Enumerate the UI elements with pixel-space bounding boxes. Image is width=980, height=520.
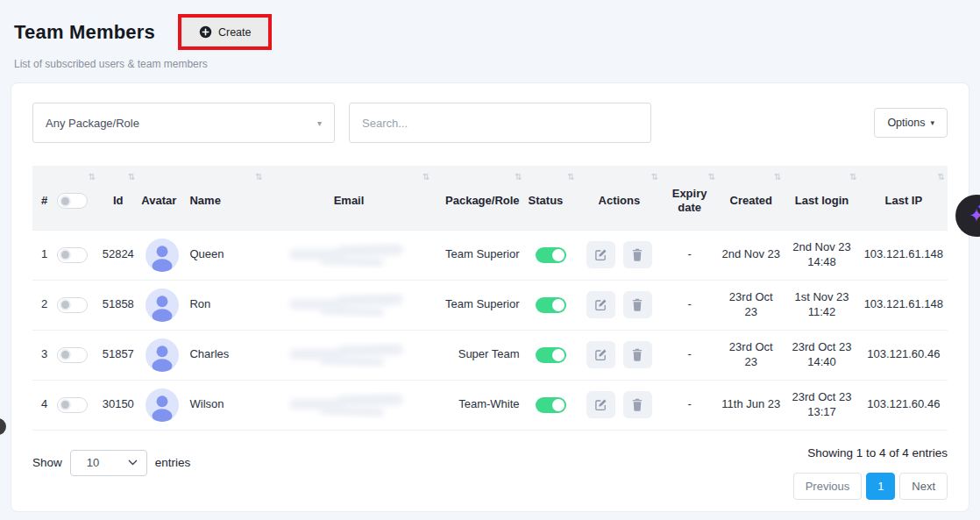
options-button[interactable]: Options ▾	[874, 108, 948, 138]
row-select-toggle[interactable]	[57, 347, 88, 363]
delete-button[interactable]	[623, 341, 652, 368]
column-header-email[interactable]: Email⇅	[266, 166, 433, 230]
avatar	[146, 338, 179, 372]
member-last-ip: 103.121.60.46	[860, 330, 948, 380]
edit-button[interactable]	[586, 391, 615, 418]
chevron-down-icon	[128, 459, 138, 466]
avatar	[146, 239, 179, 272]
member-name: Wilson	[186, 380, 265, 430]
member-name: Ron	[186, 280, 265, 330]
avatar	[146, 288, 179, 322]
member-last-ip: 103.121.61.148	[860, 280, 948, 330]
row-select-toggle[interactable]	[57, 397, 88, 413]
edit-button[interactable]	[586, 291, 615, 318]
package-role-selected-value: Any Package/Role	[46, 117, 139, 130]
sort-icon[interactable]: ⇅	[774, 172, 781, 183]
member-last-ip: 103.121.60.46	[860, 380, 948, 430]
member-package-role: Team Superior	[432, 280, 524, 330]
row-select-toggle[interactable]	[57, 297, 88, 313]
select-all-toggle[interactable]	[57, 193, 88, 209]
column-header-actions[interactable]: Actions⇅	[578, 166, 661, 230]
column-header-package-role[interactable]: Package/Role⇅	[432, 166, 524, 230]
column-header-created[interactable]: Created⇅	[718, 166, 784, 230]
row-select-toggle[interactable]	[57, 247, 88, 263]
sort-icon[interactable]: ⇅	[849, 172, 856, 183]
showing-entries-text: Showing 1 to 4 of 4 entries	[793, 446, 948, 459]
member-id: 30150	[98, 380, 138, 430]
status-toggle[interactable]	[536, 297, 566, 313]
edit-button[interactable]	[586, 341, 615, 368]
sort-icon[interactable]: ⇅	[708, 172, 715, 183]
page-subtitle: List of subscribed users & team members	[14, 58, 966, 70]
create-button[interactable]: Create	[181, 18, 269, 46]
member-created: 11th Jun 23	[718, 380, 784, 430]
plus-circle-icon	[199, 25, 212, 39]
sort-icon[interactable]: ⇅	[938, 172, 945, 183]
sort-icon[interactable]: ⇅	[89, 172, 96, 183]
sort-icon[interactable]: ⇅	[515, 172, 522, 183]
table-row: 2 51858 Ron Team Superior	[32, 280, 948, 330]
pagination-previous-button[interactable]: Previous	[793, 473, 863, 500]
trash-icon	[631, 398, 643, 411]
avatar	[146, 388, 179, 422]
row-number: 1	[41, 247, 47, 262]
pagination: Previous 1 Next	[793, 473, 948, 500]
member-id: 51857	[98, 330, 138, 380]
sort-icon[interactable]: ⇅	[255, 172, 262, 183]
member-package-role: Team-White	[432, 380, 524, 430]
member-last-login: 2nd Nov 23 14:48	[784, 230, 859, 280]
row-number: 2	[41, 297, 47, 312]
package-role-select[interactable]: Any Package/Role ▾	[32, 103, 335, 143]
column-header-status[interactable]: Status⇅	[525, 166, 578, 230]
edit-button[interactable]	[586, 241, 615, 268]
column-header-avatar: Avatar	[138, 166, 186, 230]
member-email-redacted	[266, 230, 433, 280]
sort-icon[interactable]: ⇅	[651, 172, 658, 183]
column-header-last-login[interactable]: Last login⇅	[784, 166, 859, 230]
table-footer: Show 10 entries Showing 1 to 4 of 4 entr…	[32, 446, 948, 500]
column-header-num[interactable]: # ⇅	[32, 166, 98, 230]
member-last-login: 1st Nov 23 11:42	[784, 280, 859, 330]
table-header-row: # ⇅ Id⇅ Avatar Name⇅ Email⇅ Package/Role…	[32, 166, 948, 230]
member-expiry-date: -	[661, 330, 718, 380]
team-members-card: Any Package/Role ▾ Options ▾ # ⇅	[11, 82, 969, 512]
column-header-num-label: #	[41, 194, 47, 208]
member-last-login: 23rd Oct 23 14:40	[784, 330, 859, 380]
trash-icon	[631, 348, 643, 361]
sort-icon[interactable]: ⇅	[567, 172, 574, 183]
delete-button[interactable]	[623, 241, 652, 268]
caret-down-icon: ▾	[317, 118, 322, 128]
member-last-login: 23rd Oct 23 13:17	[784, 380, 859, 430]
options-button-label: Options	[887, 117, 925, 129]
sort-icon[interactable]: ⇅	[128, 172, 135, 183]
trash-icon	[631, 298, 643, 311]
column-header-name[interactable]: Name⇅	[186, 166, 265, 230]
left-edge-widget[interactable]	[0, 418, 6, 435]
member-created: 2nd Nov 23	[718, 230, 784, 280]
page-size-select[interactable]: 10	[70, 450, 147, 476]
member-email-redacted	[266, 280, 433, 330]
column-header-expiry-date[interactable]: Expiry date⇅	[661, 166, 718, 230]
page-size-value: 10	[87, 456, 99, 469]
status-toggle[interactable]	[536, 247, 566, 263]
column-header-id[interactable]: Id⇅	[98, 166, 138, 230]
table-row: 1 52824 Queen Team Superior	[32, 230, 948, 280]
entries-label: entries	[155, 456, 191, 469]
table-row: 4 30150 Wilson Team-White	[32, 380, 948, 430]
status-toggle[interactable]	[536, 397, 566, 413]
column-header-last-ip[interactable]: Last IP⇅	[860, 166, 948, 230]
pagination-page-1-button[interactable]: 1	[866, 473, 895, 500]
pagination-next-button[interactable]: Next	[899, 473, 948, 500]
sort-icon[interactable]: ⇅	[423, 172, 430, 183]
search-input[interactable]	[349, 103, 651, 143]
member-package-role: Team Superior	[432, 230, 524, 280]
delete-button[interactable]	[623, 291, 652, 318]
delete-button[interactable]	[623, 391, 652, 418]
member-expiry-date: -	[661, 230, 718, 280]
member-last-ip: 103.121.61.148	[860, 230, 948, 280]
annotation-highlight-box: Create	[178, 14, 273, 50]
edit-icon	[594, 248, 607, 261]
member-package-role: Super Team	[432, 330, 524, 380]
status-toggle[interactable]	[536, 347, 566, 363]
edit-icon	[594, 398, 607, 411]
